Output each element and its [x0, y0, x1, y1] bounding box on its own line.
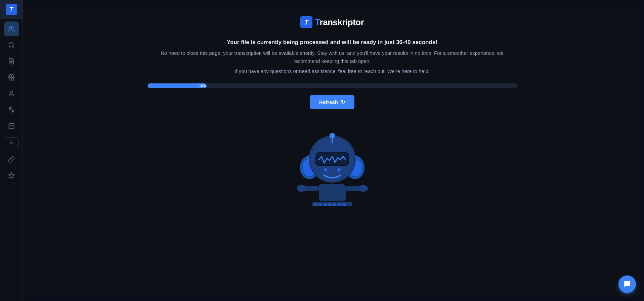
svg-rect-36 — [342, 203, 346, 206]
sidebar-item-search[interactable] — [4, 38, 19, 52]
sidebar-item-calendar[interactable] — [4, 118, 19, 133]
refresh-icon: ↻ — [341, 99, 345, 105]
svg-point-0 — [9, 27, 12, 29]
progress-fill — [147, 83, 207, 88]
app-title-rest: ranskriptor — [320, 17, 364, 27]
main-content: T Transkriptor Your file is currently be… — [23, 3, 641, 298]
sidebar-nav — [0, 22, 23, 301]
app-header: T Transkriptor — [300, 16, 364, 28]
message-section: Your file is currently being processed a… — [147, 39, 517, 75]
sidebar-item-integrations[interactable] — [4, 152, 19, 167]
svg-point-18 — [330, 133, 335, 138]
svg-point-23 — [337, 168, 341, 172]
svg-rect-30 — [314, 203, 317, 206]
app-title: Transkriptor — [315, 17, 364, 28]
svg-point-28 — [358, 185, 368, 192]
progress-track: 16% — [147, 83, 517, 88]
sidebar-item-premium[interactable] — [4, 168, 19, 183]
chat-bubble-button[interactable] — [618, 275, 636, 293]
refresh-label: Refresh — [319, 99, 338, 105]
svg-rect-29 — [312, 202, 352, 206]
sidebar-logo: T — [0, 0, 23, 19]
robot-illustration — [292, 119, 373, 206]
svg-rect-32 — [324, 203, 327, 206]
svg-rect-21 — [316, 153, 348, 165]
sidebar-expand-button[interactable] — [4, 137, 19, 148]
svg-rect-34 — [333, 203, 336, 206]
progress-container: 16% — [147, 83, 517, 88]
sidebar-item-gifts[interactable] — [4, 70, 19, 85]
message-line3: If you have any questions or need assist… — [147, 67, 517, 75]
svg-point-1 — [9, 43, 13, 47]
svg-rect-7 — [9, 123, 14, 128]
sidebar-item-team[interactable] — [4, 22, 19, 36]
svg-point-22 — [324, 168, 327, 172]
app-title-T: T — [315, 17, 320, 27]
logo-icon: T — [6, 4, 17, 15]
message-line1: Your file is currently being processed a… — [147, 39, 517, 46]
svg-point-27 — [297, 185, 306, 192]
header-logo-box: T — [300, 16, 312, 28]
sidebar-item-documents[interactable] — [4, 54, 19, 69]
robot-svg — [292, 119, 373, 206]
svg-rect-24 — [319, 184, 346, 201]
svg-rect-35 — [338, 203, 341, 206]
svg-marker-11 — [8, 173, 14, 178]
sidebar: T — [0, 0, 23, 301]
svg-point-6 — [10, 91, 12, 93]
chat-icon — [623, 280, 631, 288]
refresh-button[interactable]: Refresh ↻ — [310, 95, 354, 109]
svg-rect-33 — [328, 203, 332, 206]
sidebar-item-profile[interactable] — [4, 86, 19, 101]
progress-percentage: 16% — [199, 84, 206, 88]
svg-rect-31 — [319, 203, 322, 206]
sidebar-item-translate[interactable] — [4, 102, 19, 117]
message-line2: No need to close this page, your transcr… — [147, 49, 517, 65]
